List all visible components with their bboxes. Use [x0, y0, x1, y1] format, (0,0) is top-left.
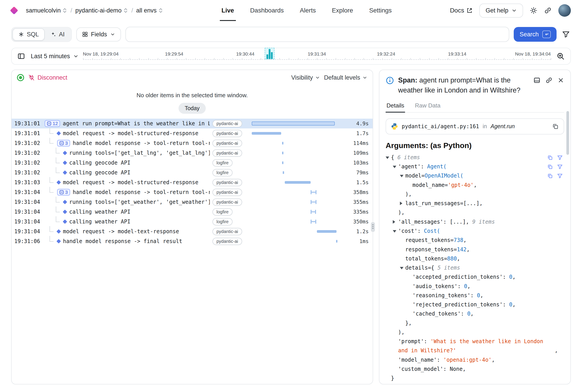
code-line: }	[386, 374, 564, 383]
sql-mode-button[interactable]: SQL	[13, 28, 45, 40]
code-token: :	[457, 283, 464, 290]
copy-icon[interactable]	[547, 173, 553, 179]
expand-caret-icon[interactable]	[393, 220, 395, 224]
trace-row[interactable]: 19:31:02calling geocode APIlogfire103ms	[12, 158, 373, 168]
collapse-caret-icon[interactable]	[400, 175, 404, 177]
docs-link[interactable]: Docs	[450, 7, 473, 14]
panel-splitter-handle[interactable]	[371, 222, 375, 232]
code-token: None,	[450, 366, 466, 372]
tab-live[interactable]: Live	[222, 0, 234, 21]
query-input[interactable]	[125, 27, 509, 42]
tree-connector	[50, 226, 54, 232]
share-link-icon[interactable]	[544, 7, 552, 14]
collapse-caret-icon[interactable]	[393, 166, 396, 168]
collapse-caret-icon[interactable]	[393, 230, 396, 232]
timeline-histogram-selection[interactable]	[265, 48, 274, 59]
code-token: ,	[470, 310, 474, 317]
code-token: 6 items	[394, 154, 420, 160]
tree-connector	[50, 177, 54, 183]
trace-row[interactable]: 19:31:02calling geocode APIlogfire79ms	[12, 168, 373, 178]
breadcrumb-item-pydantic-ai-demo[interactable]: pydantic-ai-demo	[75, 7, 128, 14]
dock-panel-icon[interactable]	[533, 77, 540, 84]
trace-row[interactable]: 19:31:04calling weather APIlogfire350ms	[12, 217, 373, 226]
timeline[interactable]: Nov 18, 19:29:0419:29:5419:30:4419:31:34…	[83, 50, 551, 62]
filter-icon[interactable]	[557, 173, 563, 179]
expand-collapse-badge[interactable]: 12	[45, 120, 60, 127]
theme-sun-icon[interactable]	[530, 7, 537, 14]
trace-row[interactable]: 19:31:04running tools=['get_weather', 'g…	[12, 197, 373, 207]
ai-mode-button[interactable]: AI	[45, 28, 71, 40]
copy-icon[interactable]	[547, 155, 553, 160]
trace-row[interactable]: 19:31:04calling weather APIlogfire335ms	[12, 207, 373, 217]
duration-bar-track	[251, 178, 340, 187]
span-diamond-icon	[57, 180, 61, 185]
close-icon[interactable]	[557, 77, 564, 84]
duration-bar	[317, 230, 337, 233]
filter-icon[interactable]	[557, 164, 563, 170]
default-levels-dropdown[interactable]: Default levels	[324, 74, 367, 81]
breadcrumb-item-samuelcolvin[interactable]: samuelcolvin	[26, 7, 67, 14]
duration-bar-track	[251, 226, 340, 236]
copy-link-icon[interactable]	[545, 77, 552, 84]
trace-row[interactable]: 19:31:06handle model response -> final r…	[12, 236, 373, 246]
visibility-dropdown[interactable]: Visibility	[291, 74, 320, 81]
trace-row[interactable]: 19:31:023handle model response -> tool-r…	[12, 138, 373, 148]
code-token: response_tokens=	[405, 246, 457, 253]
sidebar-toggle-icon[interactable]	[16, 51, 26, 61]
copy-icon[interactable]	[552, 123, 559, 130]
detail-tab-raw-data[interactable]: Raw Data	[414, 100, 441, 112]
arguments-heading: Arguments: (as Python)	[386, 141, 564, 150]
timeline-minor-tick	[261, 58, 261, 60]
breadcrumb-item-all-envs[interactable]: all envs	[136, 7, 163, 14]
collapse-caret-icon[interactable]	[386, 156, 389, 159]
today-button[interactable]: Today	[178, 103, 206, 114]
trace-row[interactable]: 19:31:0112agent run prompt=What is the w…	[12, 119, 373, 128]
detail-scrollbar-thumb[interactable]	[566, 111, 569, 155]
filter-icon[interactable]	[561, 30, 571, 39]
filter-icon[interactable]	[557, 155, 563, 160]
expand-collapse-badge[interactable]: 3	[57, 189, 70, 196]
timeline-minor-tick	[541, 58, 542, 60]
expand-caret-icon[interactable]	[400, 202, 402, 205]
tab-dashboards[interactable]: Dashboards	[250, 0, 284, 21]
detail-tab-details[interactable]: Details	[386, 100, 405, 112]
trace-row[interactable]: 19:31:02running tools=['get_lat_lng', 'g…	[12, 148, 373, 158]
logfire-logo-icon[interactable]	[10, 6, 18, 15]
expand-collapse-badge[interactable]: 3	[57, 140, 70, 146]
code-token: 9 items	[469, 219, 495, 225]
timeline-minor-tick	[485, 58, 486, 60]
trace-row[interactable]: 19:31:04model request -> model-text-resp…	[12, 226, 373, 236]
row-timestamp: 19:31:04	[14, 209, 42, 215]
child-count: 3	[65, 190, 68, 195]
copy-icon[interactable]	[547, 164, 553, 170]
collapse-caret-icon[interactable]	[400, 267, 404, 269]
disconnect-button[interactable]: Disconnect	[28, 74, 67, 81]
breadcrumb-separator: /	[71, 7, 72, 14]
tab-alerts[interactable]: Alerts	[300, 0, 316, 21]
python-icon	[391, 123, 398, 130]
breadcrumb-label: pydantic-ai-demo	[75, 7, 122, 14]
trace-row[interactable]: 19:31:01model request -> model-structure…	[12, 128, 373, 138]
tab-settings[interactable]: Settings	[369, 0, 392, 21]
scope-tag: pydantic-ai	[212, 120, 242, 127]
avatar[interactable]	[558, 4, 571, 17]
get-help-button[interactable]: Get help	[479, 4, 523, 18]
tree-connector	[56, 197, 60, 202]
fields-button[interactable]: Fields	[76, 28, 121, 42]
time-range-select[interactable]: Last 5 minutes	[31, 53, 79, 60]
source-file[interactable]: pydantic_ai/agent.py:161	[402, 123, 479, 130]
span-diamond-icon	[57, 131, 61, 136]
trailing-comma: ,	[555, 346, 564, 355]
duration-bar-track	[251, 197, 340, 207]
nav-right: Docs Get help	[450, 4, 571, 18]
duration-bar	[252, 122, 335, 126]
trace-row[interactable]: 19:31:03model request -> model-structure…	[12, 178, 373, 187]
timeline-minor-tick	[279, 58, 280, 60]
search-button[interactable]: Search	[514, 27, 556, 42]
fields-label: Fields	[91, 31, 107, 38]
tab-explore[interactable]: Explore	[332, 0, 353, 21]
span-diamond-icon	[63, 210, 67, 214]
trace-row[interactable]: 19:31:043handle model response -> tool-r…	[12, 187, 373, 197]
tree-connector	[56, 167, 60, 173]
zoom-in-icon[interactable]	[555, 51, 566, 62]
